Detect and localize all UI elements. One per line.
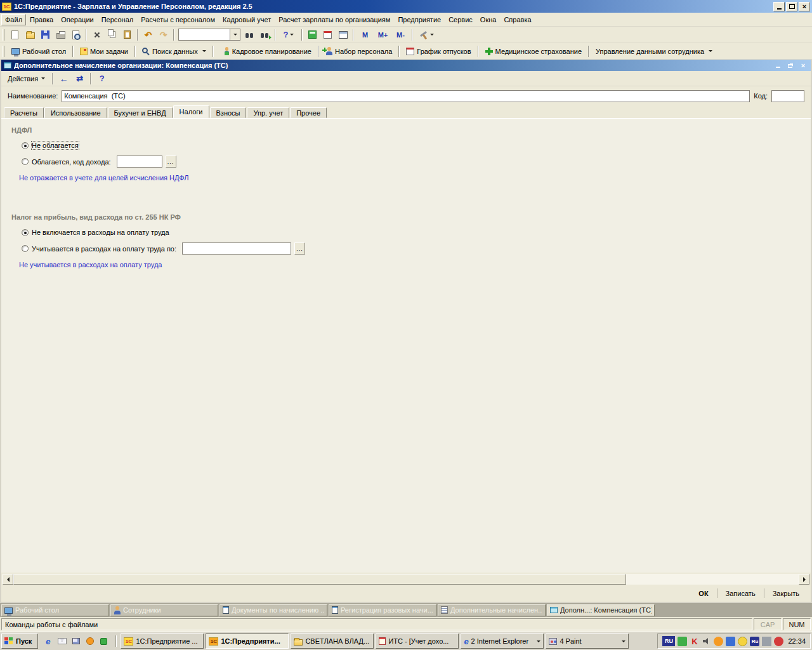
- tray-antivirus-icon[interactable]: K: [690, 637, 699, 646]
- tray-network-icon[interactable]: [726, 637, 735, 646]
- task-internet-explorer-group[interactable]: e2 Internet Explorer: [461, 633, 544, 649]
- menu-item-service[interactable]: Сервис: [445, 14, 476, 25]
- search-combo-input[interactable]: [179, 29, 230, 40]
- print-preview-button[interactable]: [69, 28, 83, 42]
- scrollbar-thumb[interactable]: [13, 574, 626, 585]
- radio-unchecked-icon[interactable]: [22, 158, 29, 165]
- tab-contributions[interactable]: Взносы: [210, 107, 247, 118]
- quicklaunch-media-player-icon[interactable]: [84, 635, 96, 647]
- tab-taxes[interactable]: Налоги: [173, 105, 209, 118]
- service-tools-button[interactable]: [416, 28, 437, 42]
- radio-option-not-included[interactable]: Не включается в расходы на оплату труда: [22, 229, 801, 236]
- menu-item-enterprise[interactable]: Предприятие: [394, 14, 445, 25]
- copy-button[interactable]: [105, 28, 119, 42]
- save-record-button[interactable]: Записать: [719, 587, 762, 600]
- task-1c-enterprise-1[interactable]: 1С1С:Предприятие ...: [121, 633, 204, 649]
- tray-scheduler-icon[interactable]: [714, 637, 723, 646]
- memory-plus-button[interactable]: M+: [374, 28, 391, 42]
- expense-kind-input[interactable]: [182, 242, 291, 255]
- start-button[interactable]: Пуск: [1, 633, 38, 649]
- calendar-button[interactable]: [320, 28, 335, 42]
- ok-button[interactable]: ОК: [692, 587, 714, 600]
- new-document-button[interactable]: [8, 28, 22, 42]
- menu-item-file[interactable]: Файл: [1, 14, 26, 25]
- memory-minus-button[interactable]: M-: [392, 28, 409, 42]
- income-code-select-button[interactable]: ...: [166, 156, 176, 168]
- form-help-button[interactable]: ?: [95, 72, 109, 86]
- scroll-left-button[interactable]: [3, 574, 13, 585]
- print-button[interactable]: [53, 28, 68, 42]
- menu-item-windows[interactable]: Окна: [476, 14, 501, 25]
- calculator-button[interactable]: [305, 28, 320, 42]
- task-paint-group[interactable]: 4 Paint: [546, 633, 629, 649]
- medical-insurance-button[interactable]: Медицинское страхование: [481, 44, 586, 58]
- close-form-button[interactable]: Закрыть: [766, 587, 806, 600]
- radio-option-included[interactable]: Учитывается в расходах на оплату труда п…: [22, 242, 801, 255]
- app-minimize-button[interactable]: [773, 2, 785, 11]
- expense-kind-select-button[interactable]: ...: [294, 242, 305, 255]
- tray-agent-icon[interactable]: [678, 637, 687, 646]
- tab-management-accounting[interactable]: Упр. учет: [247, 107, 289, 118]
- document-titlebar[interactable]: Дополнительное начисление организации: К…: [1, 60, 811, 71]
- radio-unchecked-icon[interactable]: [22, 245, 29, 252]
- recruiting-button[interactable]: Набор персонала: [322, 44, 396, 58]
- cut-button[interactable]: [89, 28, 104, 42]
- search-combo-dropdown-button[interactable]: [230, 29, 240, 40]
- data-search-button[interactable]: Поиск данных: [138, 44, 210, 58]
- code-input[interactable]: [771, 90, 804, 102]
- quicklaunch-messenger-icon[interactable]: [98, 635, 110, 647]
- my-tasks-button[interactable]: Мои задачи: [76, 44, 132, 58]
- tab-accounting-envd[interactable]: Бухучет и ЕНВД: [108, 107, 173, 118]
- tray-printer-icon[interactable]: [762, 637, 771, 646]
- task-1c-enterprise-2[interactable]: 1С1С:Предприяти...: [206, 633, 289, 649]
- tray-alert-icon[interactable]: [774, 637, 783, 646]
- undo-button[interactable]: [141, 28, 155, 42]
- go-navigate-button[interactable]: [72, 72, 87, 86]
- document-restore-button[interactable]: [785, 61, 796, 70]
- tray-clock-icon[interactable]: [738, 637, 747, 646]
- window-tab-employees[interactable]: Сотрудники: [110, 604, 218, 616]
- quicklaunch-show-desktop-icon[interactable]: [70, 635, 82, 647]
- menu-item-edit[interactable]: Правка: [26, 14, 57, 25]
- menu-item-help[interactable]: Справка: [500, 14, 535, 25]
- tab-calculations[interactable]: Расчеты: [4, 107, 44, 118]
- search-combo[interactable]: [178, 29, 240, 41]
- menu-item-personnel[interactable]: Персонал: [98, 14, 138, 25]
- document-minimize-button[interactable]: [773, 61, 783, 70]
- find-next-button[interactable]: [258, 28, 272, 42]
- menu-item-personnel-settlements[interactable]: Расчеты с персоналом: [137, 14, 219, 25]
- language-indicator[interactable]: RU: [662, 636, 675, 646]
- window-tab-desktop[interactable]: Рабочий стол: [1, 604, 109, 616]
- app-close-button[interactable]: ×: [799, 2, 810, 11]
- tab-other[interactable]: Прочее: [290, 107, 327, 118]
- radio-option-taxed[interactable]: Облагается, код дохода: ...: [22, 156, 801, 168]
- go-back-button[interactable]: [56, 72, 71, 86]
- table-button[interactable]: [336, 28, 350, 42]
- menu-item-payroll-by-org[interactable]: Расчет зарплаты по организациям: [275, 14, 394, 25]
- quicklaunch-ie-icon[interactable]: e: [42, 635, 54, 647]
- app-maximize-button[interactable]: [786, 2, 797, 11]
- redo-button[interactable]: [156, 28, 171, 42]
- open-button[interactable]: [23, 28, 37, 42]
- tab-usage[interactable]: Использование: [44, 107, 107, 118]
- vacation-schedule-button[interactable]: График отпусков: [402, 44, 475, 58]
- save-button[interactable]: [38, 28, 53, 42]
- task-its[interactable]: ИТС - [Учет дохо...: [376, 633, 459, 649]
- task-folder-svetlana[interactable]: СВЕТЛАНА ВЛАД...: [291, 633, 374, 649]
- window-tab-additional-accruals[interactable]: Дополнительные начислен...: [438, 604, 546, 616]
- income-code-input[interactable]: [117, 156, 162, 168]
- horizontal-scrollbar[interactable]: [3, 574, 809, 585]
- employee-data-button[interactable]: Управление данными сотрудника: [592, 44, 716, 58]
- window-tab-onetime-accruals[interactable]: Регистрация разовых начи...: [329, 604, 436, 616]
- radio-option-not-taxed[interactable]: Не облагается: [22, 142, 801, 149]
- tray-language2-icon[interactable]: Ru: [750, 637, 759, 646]
- document-close-button[interactable]: ×: [798, 61, 808, 70]
- window-tab-compensation-form[interactable]: Дополн...: Компенсация (ТС): [547, 604, 655, 616]
- scroll-right-button[interactable]: [799, 574, 809, 585]
- tray-volume-icon[interactable]: [702, 637, 711, 646]
- actions-button[interactable]: Действия: [4, 72, 49, 85]
- quicklaunch-mail-icon[interactable]: [56, 635, 68, 647]
- radio-checked-icon[interactable]: [22, 142, 29, 149]
- paste-button[interactable]: [120, 28, 134, 42]
- desktop-panel-button[interactable]: Рабочий стол: [8, 44, 70, 58]
